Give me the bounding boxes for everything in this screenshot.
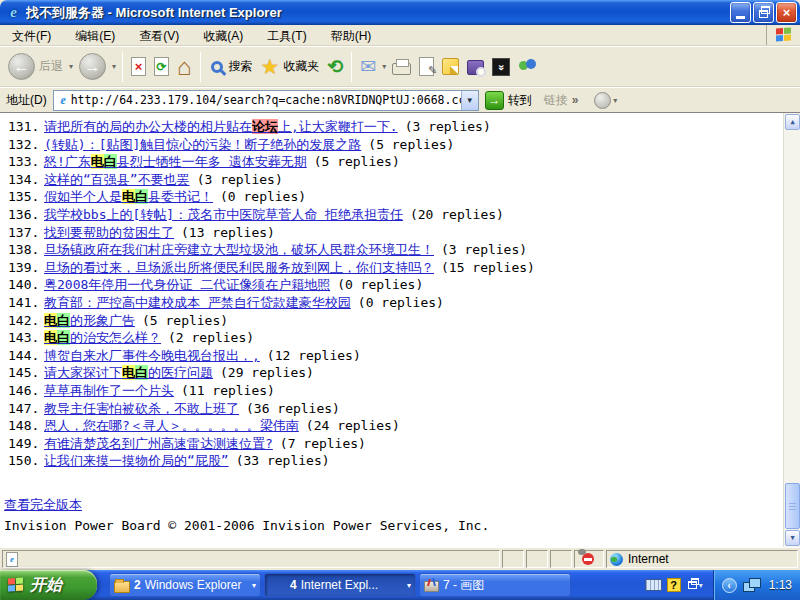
menu-item[interactable]: 编辑(E) [63,25,127,45]
links-label[interactable]: 链接 [544,92,568,109]
vertical-scrollbar[interactable]: ▲ ▼ [783,113,800,547]
go-button[interactable]: → 转到 [485,91,532,110]
menu-item[interactable]: 文件(F) [0,25,63,45]
collapse-tray-icon[interactable]: ‹ [722,578,737,593]
highlighted-term: 白 [135,365,148,380]
restore-windows-icon[interactable] [688,581,697,589]
menu-item[interactable]: 收藏(A) [191,25,255,45]
thread-link[interactable]: 我学校bbs上的[转帖]：茂名市中医院草菅人命 拒绝承担责任 [44,207,403,222]
restore-button[interactable] [753,2,774,23]
refresh-button[interactable]: ⟳ [150,55,173,78]
menu-item[interactable]: 工具(T) [255,25,318,45]
history-button[interactable]: ⟲ [323,55,347,78]
reply-count: (20 replies) [410,207,504,222]
taskbar-button[interactable]: 4Internet Expl...▾ [264,573,416,597]
scroll-up-button[interactable]: ▲ [785,114,800,130]
thread-text: 的形象广告 [70,313,135,328]
menu-item[interactable]: 帮助(H) [319,25,384,45]
list-item: 132.(转贴)：[贴图]触目惊心的污染！断子绝孙的发展之路(5 replies… [8,136,780,154]
thread-link[interactable]: 教导主任害怕被砍杀，不敢上班了 [44,401,239,416]
favorites-button[interactable]: ★ 收藏夹 [257,54,324,79]
clock[interactable]: 1:13 [769,578,792,592]
address-dropdown-icon[interactable]: ▼ [461,91,478,110]
chevron-down-icon: ▾ [252,581,256,590]
home-button[interactable]: ⌂ [173,53,196,81]
thread-link[interactable]: 找到要帮助的贫困生了 [44,225,174,240]
taskbar-notification-icons: ? ▾ [641,570,709,600]
question-mark-icon[interactable]: ? [667,578,681,592]
search-button[interactable]: 搜索 [205,56,257,77]
scroll-thumb[interactable] [785,483,800,529]
thread-link[interactable]: 电白的治安怎么样？ [44,330,161,345]
reply-count: (3 replies) [197,172,283,187]
address-input[interactable]: e http://64.233.179.104/search?q=cache:n… [53,90,479,111]
highlighted-term: 白 [104,154,117,169]
forward-dropdown-icon[interactable]: ▾ [112,62,116,71]
folder-icon [114,581,130,593]
throbber [766,25,800,45]
full-version-link[interactable]: 查看完全版本 [4,496,82,514]
messenger-button[interactable] [514,56,542,77]
taskbar-button[interactable]: 2Windows Explorer▾ [109,573,261,597]
research-button[interactable] [463,56,488,77]
network-icon[interactable] [743,578,761,592]
reply-count: (0 replies) [358,295,444,310]
tray-dropdown-icon[interactable]: ▾ [699,581,703,590]
mail-dropdown-icon[interactable]: ▾ [382,62,386,71]
stop-button[interactable]: × [127,55,150,78]
print-button[interactable] [388,56,415,77]
thread-link[interactable]: 让我们来摸一摸物价局的“屁股” [44,453,229,468]
thread-text: 我学校bbs上的[转帖]：茂名市中医院草菅人命 拒绝承担责任 [44,207,403,222]
thread-link[interactable]: 粤2008年停用一代身份证 二代证像须在户籍地照 [44,277,330,292]
thread-link[interactable]: 有谁清楚茂名到广州高速雷达测速位置? [44,436,273,451]
addon-button[interactable] [594,92,611,109]
thread-number: 136. [8,206,44,224]
history-icon: ⟲ [327,57,343,76]
thread-text: 的治安怎么样？ [70,330,161,345]
taskbar-button[interactable]: 7 - 画图 [419,573,571,597]
thread-link[interactable]: 电白的形象广告 [44,313,135,328]
close-button[interactable]: × [776,2,797,23]
toolbar-divider [351,52,352,82]
menu-item[interactable]: 查看(V) [127,25,191,45]
chevron-down-icon: ▾ [407,581,411,590]
thread-link[interactable]: 旦场的看过来，旦场派出所将便民利民服务放到网上，你们支持吗？ [44,260,434,275]
discuss-button[interactable] [438,56,463,77]
thread-link[interactable]: 请把所有的局的办公大楼的相片贴在论坛上,让大家鞭打一下. [44,119,398,134]
thread-link[interactable]: 草草再制作了一个片头 [44,383,174,398]
address-url: http://64.233.179.104/search?q=cache:n8V… [71,93,461,107]
mail-button[interactable]: ✉ [356,55,380,78]
thread-link[interactable]: 假如半个人是电白县委书记！ [44,189,213,204]
list-item: 143.电白的治安怎么样？(2 replies) [8,329,780,347]
scroll-down-button[interactable]: ▼ [785,530,800,546]
thread-text: 有谁清楚茂名到广州高速雷达测速位置? [44,436,273,451]
keyboard-icon[interactable] [645,579,662,591]
reply-count: (24 replies) [306,418,400,433]
thread-link[interactable]: 怒!广东电白县烈士牺牲一年多 遗体安葬无期 [44,154,307,169]
thread-number: 150. [8,452,44,470]
reply-count: (29 replies) [220,365,314,380]
thread-link[interactable]: 教育部：严控高中建校成本 严禁自行贷款建豪华校园 [44,295,351,310]
edit-button[interactable]: ✎ [415,55,438,78]
list-item: 135.假如半个人是电白县委书记！(0 replies) [8,188,780,206]
addon-dropdown-icon[interactable]: ▾ [613,96,617,105]
thread-link[interactable]: 这样的“百强县”不要也罢 [44,172,190,187]
back-button[interactable]: ← 后退 [4,51,67,82]
list-item: 140.粤2008年停用一代身份证 二代证像须在户籍地照(0 replies) [8,276,780,294]
thread-link[interactable]: 博贺自来水厂事件今晚电视台报出，, [44,348,260,363]
back-dropdown-icon[interactable]: ▾ [69,62,73,71]
download-manager-button[interactable]: » [488,56,514,78]
restore-icon [759,10,768,18]
highlighted-term: 电 [122,189,135,204]
thread-link[interactable]: 请大家探讨下电白的医疗问题 [44,365,213,380]
minimize-button[interactable] [730,2,751,23]
thread-number: 135. [8,188,44,206]
start-button[interactable]: 开始 [0,570,97,600]
thread-link[interactable]: 旦场镇政府在我们村庄旁建立大型垃圾池，破坏人民群众环境卫生！ [44,242,434,257]
highlighted-term: 电 [44,330,57,345]
thread-link[interactable]: 恩人，您在哪?＜寻人＞。。。。。。梁伟南 [44,418,299,433]
links-chevron-icon[interactable]: » [572,93,579,107]
forward-button[interactable]: → [75,51,110,82]
thread-link[interactable]: (转贴)：[贴图]触目惊心的污染！断子绝孙的发展之路 [44,137,361,152]
taskbar-button-label: 7 - 画图 [443,577,566,594]
